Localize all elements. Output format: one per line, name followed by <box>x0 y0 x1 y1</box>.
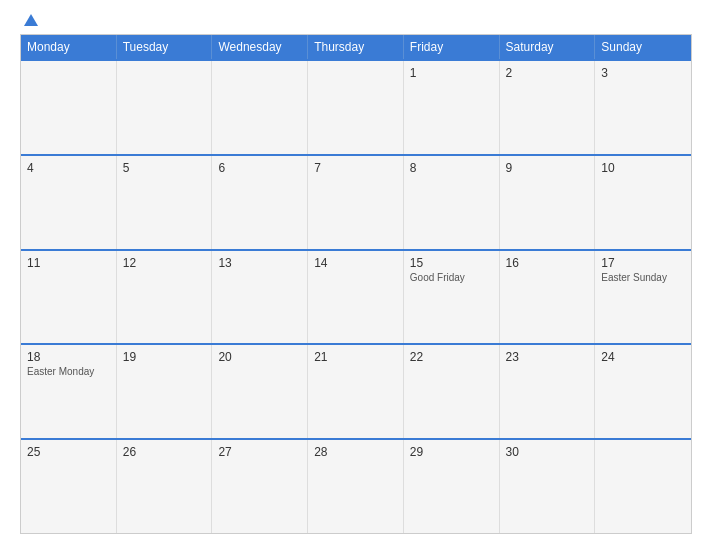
cal-cell: 1 <box>404 61 500 154</box>
week-row-1: 123 <box>21 59 691 154</box>
cal-cell: 26 <box>117 440 213 533</box>
day-number: 23 <box>506 350 589 364</box>
day-number: 15 <box>410 256 493 270</box>
cal-cell: 7 <box>308 156 404 249</box>
cal-cell: 19 <box>117 345 213 438</box>
col-header-wednesday: Wednesday <box>212 35 308 59</box>
col-header-saturday: Saturday <box>500 35 596 59</box>
day-number: 14 <box>314 256 397 270</box>
day-number: 10 <box>601 161 685 175</box>
day-number: 20 <box>218 350 301 364</box>
day-number: 8 <box>410 161 493 175</box>
day-number: 26 <box>123 445 206 459</box>
cal-cell: 27 <box>212 440 308 533</box>
cal-cell: 17Easter Sunday <box>595 251 691 344</box>
cal-cell: 13 <box>212 251 308 344</box>
cal-cell: 29 <box>404 440 500 533</box>
day-number: 6 <box>218 161 301 175</box>
page: MondayTuesdayWednesdayThursdayFridaySatu… <box>0 0 712 550</box>
cal-cell: 8 <box>404 156 500 249</box>
cal-cell: 3 <box>595 61 691 154</box>
cal-cell: 22 <box>404 345 500 438</box>
cal-cell <box>212 61 308 154</box>
day-number: 7 <box>314 161 397 175</box>
day-number: 28 <box>314 445 397 459</box>
day-event: Good Friday <box>410 272 493 283</box>
day-number: 24 <box>601 350 685 364</box>
cal-cell <box>117 61 213 154</box>
cal-cell: 11 <box>21 251 117 344</box>
week-row-3: 1112131415Good Friday1617Easter Sunday <box>21 249 691 344</box>
logo <box>20 16 38 26</box>
day-number: 9 <box>506 161 589 175</box>
day-number: 19 <box>123 350 206 364</box>
week-row-4: 18Easter Monday192021222324 <box>21 343 691 438</box>
col-header-friday: Friday <box>404 35 500 59</box>
cal-cell: 10 <box>595 156 691 249</box>
calendar: MondayTuesdayWednesdayThursdayFridaySatu… <box>20 34 692 534</box>
cal-cell <box>595 440 691 533</box>
day-number: 27 <box>218 445 301 459</box>
day-number: 5 <box>123 161 206 175</box>
cal-cell: 28 <box>308 440 404 533</box>
cal-cell: 20 <box>212 345 308 438</box>
cal-cell: 25 <box>21 440 117 533</box>
day-number: 11 <box>27 256 110 270</box>
day-number: 13 <box>218 256 301 270</box>
calendar-header-row: MondayTuesdayWednesdayThursdayFridaySatu… <box>21 35 691 59</box>
day-number: 1 <box>410 66 493 80</box>
cal-cell: 24 <box>595 345 691 438</box>
calendar-body: 123456789101112131415Good Friday1617East… <box>21 59 691 533</box>
day-number: 3 <box>601 66 685 80</box>
cal-cell: 16 <box>500 251 596 344</box>
cal-cell <box>21 61 117 154</box>
cal-cell: 6 <box>212 156 308 249</box>
col-header-monday: Monday <box>21 35 117 59</box>
logo-triangle-icon <box>24 14 38 26</box>
day-number: 30 <box>506 445 589 459</box>
cal-cell: 4 <box>21 156 117 249</box>
day-number: 16 <box>506 256 589 270</box>
cal-cell: 15Good Friday <box>404 251 500 344</box>
col-header-tuesday: Tuesday <box>117 35 213 59</box>
day-number: 12 <box>123 256 206 270</box>
cal-cell: 9 <box>500 156 596 249</box>
cal-cell: 12 <box>117 251 213 344</box>
cal-cell: 2 <box>500 61 596 154</box>
day-number: 18 <box>27 350 110 364</box>
day-number: 29 <box>410 445 493 459</box>
col-header-thursday: Thursday <box>308 35 404 59</box>
cal-cell: 18Easter Monday <box>21 345 117 438</box>
day-number: 4 <box>27 161 110 175</box>
day-number: 21 <box>314 350 397 364</box>
cal-cell: 21 <box>308 345 404 438</box>
cal-cell: 14 <box>308 251 404 344</box>
day-event: Easter Monday <box>27 366 110 377</box>
day-number: 17 <box>601 256 685 270</box>
cal-cell: 23 <box>500 345 596 438</box>
day-number: 2 <box>506 66 589 80</box>
header <box>20 16 692 26</box>
col-header-sunday: Sunday <box>595 35 691 59</box>
day-event: Easter Sunday <box>601 272 685 283</box>
day-number: 22 <box>410 350 493 364</box>
cal-cell <box>308 61 404 154</box>
week-row-2: 45678910 <box>21 154 691 249</box>
day-number: 25 <box>27 445 110 459</box>
week-row-5: 252627282930 <box>21 438 691 533</box>
cal-cell: 30 <box>500 440 596 533</box>
cal-cell: 5 <box>117 156 213 249</box>
